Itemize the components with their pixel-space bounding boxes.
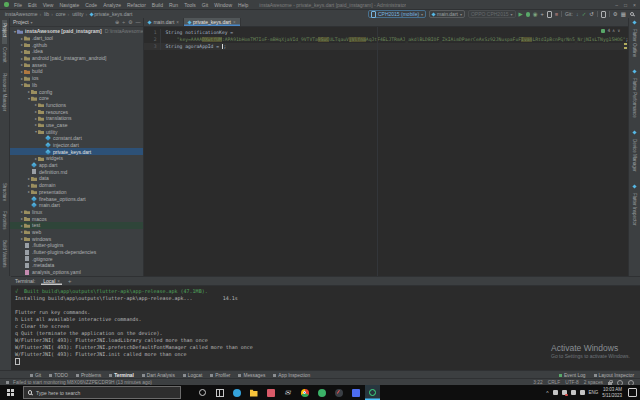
tree-item[interactable]: ▸ assets [10, 61, 143, 68]
panel-settings-button[interactable]: ⚙ [128, 19, 132, 25]
tree-chevron-icon[interactable]: ▸ [20, 69, 24, 74]
collapse-all-button[interactable]: ÷ [122, 19, 125, 25]
tree-item[interactable]: ▾ utility [10, 128, 143, 135]
security-center-icon[interactable] [562, 390, 567, 395]
menu-item[interactable]: Navigate [58, 2, 80, 8]
start-button[interactable] [7, 389, 15, 397]
tool-stripe-tab[interactable]: Resource Manager [2, 70, 7, 118]
network-icon[interactable] [580, 390, 585, 395]
tree-item[interactable]: ▾ lib [10, 82, 143, 89]
menu-item[interactable]: Run [168, 2, 179, 8]
breadcrumb-item[interactable]: instaAwesome [5, 11, 37, 17]
tool-window-button[interactable]: Messages [238, 373, 265, 378]
tree-item[interactable]: ▸ .idea [10, 48, 143, 55]
project-view-selector[interactable]: Project [13, 19, 29, 25]
tree-item[interactable]: .gitignore [10, 255, 143, 262]
run-config-selector[interactable]: main.dart ▾ [429, 10, 465, 18]
menu-item[interactable]: Code [84, 2, 98, 8]
git-history-button[interactable]: ↺ [589, 11, 594, 17]
tree-item[interactable]: injector.dart [10, 142, 143, 149]
tree-item[interactable]: .metadata [10, 262, 143, 269]
stop-button[interactable]: ■ [555, 11, 558, 17]
close-tab-icon[interactable]: × [176, 20, 179, 25]
android-studio-icon[interactable] [365, 385, 380, 400]
tool-stripe-tab[interactable]: Commit [2, 44, 7, 70]
tree-item[interactable]: definition.md [10, 168, 143, 175]
tree-chevron-icon[interactable]: ▸ [34, 102, 38, 107]
tree-item[interactable]: ▸ .github [10, 41, 143, 48]
tool-window-button[interactable]: App Inspection [273, 373, 310, 378]
tree-chevron-icon[interactable]: ▸ [20, 49, 24, 54]
code-line[interactable]: 3 String agoraAppId = ; [144, 43, 628, 50]
tool-window-button[interactable]: Logcat [183, 373, 202, 378]
display-icon[interactable] [571, 390, 576, 395]
tool-window-button[interactable]: Profiler [210, 373, 230, 378]
target-device-selector[interactable]: OPPO CPH2015 ▾ [468, 10, 516, 18]
breadcrumb-item[interactable]: core [51, 11, 65, 17]
hidden-icons-chevron[interactable]: ^ [546, 390, 548, 396]
menu-item[interactable]: Edit [27, 2, 38, 8]
tree-item[interactable]: ▸ windows [10, 235, 143, 242]
tree-item[interactable]: main.dart [10, 202, 143, 209]
editor-tab[interactable]: private_keys.dart × [184, 18, 241, 26]
tool-window-button[interactable]: Event Log [559, 373, 586, 378]
tree-chevron-icon[interactable]: ▸ [27, 189, 31, 194]
tool-stripe-tab[interactable]: Structure [2, 180, 7, 208]
tree-chevron-icon[interactable]: ▾ [20, 82, 24, 87]
profile-button[interactable]: ◉ [533, 11, 538, 17]
tree-item[interactable]: ▸ macos [10, 215, 143, 222]
menu-item[interactable]: Git [201, 2, 209, 8]
tool-stripe-tab[interactable]: Build Variants [2, 237, 7, 274]
error-stripe-mark[interactable] [624, 43, 627, 45]
tool-stripe-tab[interactable]: Flutter Inspector [632, 185, 637, 229]
terminal-tab-local[interactable]: Local × [41, 277, 62, 285]
tree-item[interactable]: ▸ linux [10, 209, 143, 216]
menu-item[interactable]: Build [151, 2, 164, 8]
maximize-button[interactable]: □ [624, 2, 627, 8]
breadcrumb-item[interactable]: private_keys.dart [86, 11, 133, 17]
edge-icon[interactable] [229, 385, 244, 400]
close-button[interactable]: × [633, 2, 636, 8]
tree-chevron-icon[interactable]: ▸ [27, 183, 31, 188]
task-view-icon[interactable] [212, 385, 227, 400]
tree-chevron-icon[interactable]: ▸ [34, 122, 38, 127]
tree-chevron-icon[interactable]: ▸ [34, 109, 38, 114]
tree-item[interactable]: ▾ core [10, 95, 143, 102]
menu-item[interactable]: View [42, 2, 55, 8]
tree-item[interactable]: private_keys.dart [10, 148, 143, 155]
mail-icon[interactable]: ✉ [280, 385, 295, 400]
toolbar-action-icon[interactable] [609, 11, 610, 17]
tool-window-button[interactable]: Problems [76, 373, 101, 378]
tree-item[interactable]: .flutter-plugins-dependencies [10, 249, 143, 256]
tool-stripe-tab[interactable]: Favorites [2, 208, 7, 237]
menu-item[interactable]: Tools [183, 2, 197, 8]
tool-window-button[interactable]: Dart Analysis [142, 373, 175, 378]
tree-item[interactable]: ▸ translations [10, 115, 143, 122]
tree-item[interactable]: analysis_options.yaml [10, 269, 143, 276]
tree-chevron-icon[interactable]: ▸ [20, 223, 24, 228]
close-tab-icon[interactable]: × [57, 279, 60, 284]
tree-item[interactable]: ▸ resources [10, 108, 143, 115]
cortana-icon[interactable] [195, 385, 210, 400]
tree-item[interactable]: ▸ test [10, 222, 143, 229]
git-update-button[interactable]: ↓ [576, 11, 579, 17]
tool-stripe-tab[interactable]: Flutter Outline [632, 21, 637, 60]
git-label[interactable]: Git: [565, 11, 573, 17]
tree-chevron-icon[interactable]: ▸ [34, 116, 38, 121]
tree-item[interactable]: ▸ presentation [10, 189, 143, 196]
breadcrumb-item[interactable]: lib [39, 11, 49, 17]
file-explorer-icon[interactable] [246, 385, 261, 400]
inspection-widget[interactable]: 4 ∧ ∨ [601, 28, 620, 33]
menu-item[interactable]: Window [213, 2, 233, 8]
tree-chevron-icon[interactable]: ▾ [34, 129, 38, 134]
tree-chevron-icon[interactable]: ▸ [20, 56, 24, 61]
run-button[interactable]: ▶ [519, 11, 523, 17]
menu-item[interactable]: Refactor [126, 2, 147, 8]
tool-window-button[interactable]: Terminal [109, 373, 134, 378]
tool-stripe-tab[interactable]: Flutter Performance [632, 70, 637, 121]
tree-item[interactable]: ▸ config [10, 88, 143, 95]
minimize-button[interactable]: – [615, 2, 618, 8]
tree-item[interactable]: app.dart [10, 162, 143, 169]
tree-chevron-icon[interactable]: ▸ [27, 176, 31, 181]
device-mirror-button[interactable] [547, 11, 552, 18]
